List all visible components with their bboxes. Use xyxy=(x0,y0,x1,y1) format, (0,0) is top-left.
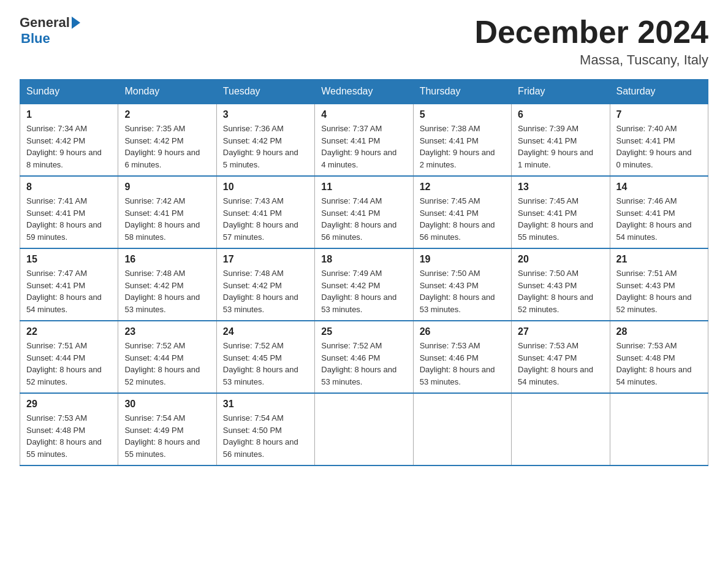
month-title: December 2024 xyxy=(474,15,708,50)
day-number: 27 xyxy=(518,326,603,337)
logo-triangle-icon xyxy=(72,17,80,29)
logo: General Blue xyxy=(20,15,80,47)
day-number: 6 xyxy=(518,109,603,120)
calendar-cell xyxy=(413,393,511,465)
day-number: 1 xyxy=(26,109,112,120)
day-info: Sunrise: 7:52 AMSunset: 4:45 PMDaylight:… xyxy=(223,340,308,388)
day-number: 19 xyxy=(420,254,505,265)
calendar-cell xyxy=(512,393,610,465)
day-number: 4 xyxy=(321,109,406,120)
calendar-week-row: 22Sunrise: 7:51 AMSunset: 4:44 PMDayligh… xyxy=(20,321,708,393)
calendar-cell: 21Sunrise: 7:51 AMSunset: 4:43 PMDayligh… xyxy=(610,248,708,321)
calendar-cell: 18Sunrise: 7:49 AMSunset: 4:42 PMDayligh… xyxy=(315,248,413,321)
day-number: 28 xyxy=(616,326,702,337)
day-info: Sunrise: 7:45 AMSunset: 4:41 PMDaylight:… xyxy=(518,195,603,243)
header-tuesday: Tuesday xyxy=(216,80,314,104)
day-info: Sunrise: 7:50 AMSunset: 4:43 PMDaylight:… xyxy=(518,267,603,315)
header-saturday: Saturday xyxy=(610,80,708,104)
day-number: 11 xyxy=(321,182,406,193)
day-number: 15 xyxy=(26,254,112,265)
calendar-week-row: 8Sunrise: 7:41 AMSunset: 4:41 PMDaylight… xyxy=(20,176,708,248)
day-info: Sunrise: 7:51 AMSunset: 4:43 PMDaylight:… xyxy=(616,267,702,315)
calendar-week-row: 15Sunrise: 7:47 AMSunset: 4:41 PMDayligh… xyxy=(20,248,708,321)
header-monday: Monday xyxy=(118,80,216,104)
day-number: 26 xyxy=(420,326,505,337)
title-area: December 2024 Massa, Tuscany, Italy xyxy=(474,15,708,68)
logo-general-text: General xyxy=(20,15,70,31)
calendar-cell: 13Sunrise: 7:45 AMSunset: 4:41 PMDayligh… xyxy=(512,176,610,248)
calendar-cell: 3Sunrise: 7:36 AMSunset: 4:42 PMDaylight… xyxy=(216,104,314,176)
day-number: 2 xyxy=(124,109,210,120)
header-thursday: Thursday xyxy=(413,80,511,104)
calendar-cell: 31Sunrise: 7:54 AMSunset: 4:50 PMDayligh… xyxy=(216,393,314,465)
day-number: 25 xyxy=(321,326,406,337)
calendar-cell: 6Sunrise: 7:39 AMSunset: 4:41 PMDaylight… xyxy=(512,104,610,176)
calendar-cell: 12Sunrise: 7:45 AMSunset: 4:41 PMDayligh… xyxy=(413,176,511,248)
day-info: Sunrise: 7:38 AMSunset: 4:41 PMDaylight:… xyxy=(420,123,505,170)
day-info: Sunrise: 7:50 AMSunset: 4:43 PMDaylight:… xyxy=(420,267,505,315)
calendar-cell: 22Sunrise: 7:51 AMSunset: 4:44 PMDayligh… xyxy=(20,321,118,393)
calendar-cell: 11Sunrise: 7:44 AMSunset: 4:41 PMDayligh… xyxy=(315,176,413,248)
day-info: Sunrise: 7:53 AMSunset: 4:48 PMDaylight:… xyxy=(616,340,702,388)
day-number: 31 xyxy=(223,399,308,410)
calendar-cell: 27Sunrise: 7:53 AMSunset: 4:47 PMDayligh… xyxy=(512,321,610,393)
calendar-cell: 8Sunrise: 7:41 AMSunset: 4:41 PMDaylight… xyxy=(20,176,118,248)
day-info: Sunrise: 7:42 AMSunset: 4:41 PMDaylight:… xyxy=(124,195,210,243)
calendar-cell: 30Sunrise: 7:54 AMSunset: 4:49 PMDayligh… xyxy=(118,393,216,465)
day-info: Sunrise: 7:46 AMSunset: 4:41 PMDaylight:… xyxy=(616,195,702,243)
day-number: 5 xyxy=(420,109,505,120)
day-info: Sunrise: 7:35 AMSunset: 4:42 PMDaylight:… xyxy=(124,123,210,170)
calendar-cell: 17Sunrise: 7:48 AMSunset: 4:42 PMDayligh… xyxy=(216,248,314,321)
day-info: Sunrise: 7:36 AMSunset: 4:42 PMDaylight:… xyxy=(223,123,308,170)
day-info: Sunrise: 7:37 AMSunset: 4:41 PMDaylight:… xyxy=(321,123,406,170)
day-number: 18 xyxy=(321,254,406,265)
day-info: Sunrise: 7:48 AMSunset: 4:42 PMDaylight:… xyxy=(223,267,308,315)
day-number: 30 xyxy=(124,399,210,410)
day-info: Sunrise: 7:41 AMSunset: 4:41 PMDaylight:… xyxy=(26,195,112,243)
calendar-cell: 19Sunrise: 7:50 AMSunset: 4:43 PMDayligh… xyxy=(413,248,511,321)
day-info: Sunrise: 7:53 AMSunset: 4:46 PMDaylight:… xyxy=(420,340,505,388)
day-number: 23 xyxy=(124,326,210,337)
day-info: Sunrise: 7:51 AMSunset: 4:44 PMDaylight:… xyxy=(26,340,112,388)
day-info: Sunrise: 7:43 AMSunset: 4:41 PMDaylight:… xyxy=(223,195,308,243)
day-number: 14 xyxy=(616,182,702,193)
day-info: Sunrise: 7:34 AMSunset: 4:42 PMDaylight:… xyxy=(26,123,112,170)
calendar-cell: 24Sunrise: 7:52 AMSunset: 4:45 PMDayligh… xyxy=(216,321,314,393)
day-info: Sunrise: 7:49 AMSunset: 4:42 PMDaylight:… xyxy=(321,267,406,315)
calendar-cell: 29Sunrise: 7:53 AMSunset: 4:48 PMDayligh… xyxy=(20,393,118,465)
day-number: 3 xyxy=(223,109,308,120)
day-info: Sunrise: 7:53 AMSunset: 4:48 PMDaylight:… xyxy=(26,412,112,460)
calendar-cell: 10Sunrise: 7:43 AMSunset: 4:41 PMDayligh… xyxy=(216,176,314,248)
calendar-cell: 16Sunrise: 7:48 AMSunset: 4:42 PMDayligh… xyxy=(118,248,216,321)
day-number: 21 xyxy=(616,254,702,265)
day-number: 16 xyxy=(124,254,210,265)
calendar-week-row: 29Sunrise: 7:53 AMSunset: 4:48 PMDayligh… xyxy=(20,393,708,465)
calendar-cell: 20Sunrise: 7:50 AMSunset: 4:43 PMDayligh… xyxy=(512,248,610,321)
calendar-header-row: SundayMondayTuesdayWednesdayThursdayFrid… xyxy=(20,80,708,104)
calendar-cell: 15Sunrise: 7:47 AMSunset: 4:41 PMDayligh… xyxy=(20,248,118,321)
calendar-cell xyxy=(315,393,413,465)
day-number: 7 xyxy=(616,109,702,120)
header-friday: Friday xyxy=(512,80,610,104)
calendar-cell xyxy=(610,393,708,465)
day-info: Sunrise: 7:40 AMSunset: 4:41 PMDaylight:… xyxy=(616,123,702,170)
day-info: Sunrise: 7:47 AMSunset: 4:41 PMDaylight:… xyxy=(26,267,112,315)
day-number: 22 xyxy=(26,326,112,337)
day-info: Sunrise: 7:39 AMSunset: 4:41 PMDaylight:… xyxy=(518,123,603,170)
calendar-cell: 2Sunrise: 7:35 AMSunset: 4:42 PMDaylight… xyxy=(118,104,216,176)
day-info: Sunrise: 7:54 AMSunset: 4:50 PMDaylight:… xyxy=(223,412,308,460)
calendar-cell: 7Sunrise: 7:40 AMSunset: 4:41 PMDaylight… xyxy=(610,104,708,176)
calendar-cell: 1Sunrise: 7:34 AMSunset: 4:42 PMDaylight… xyxy=(20,104,118,176)
day-info: Sunrise: 7:44 AMSunset: 4:41 PMDaylight:… xyxy=(321,195,406,243)
calendar-cell: 5Sunrise: 7:38 AMSunset: 4:41 PMDaylight… xyxy=(413,104,511,176)
day-number: 9 xyxy=(124,182,210,193)
day-number: 20 xyxy=(518,254,603,265)
logo-blue-text: Blue xyxy=(20,31,50,47)
calendar-cell: 9Sunrise: 7:42 AMSunset: 4:41 PMDaylight… xyxy=(118,176,216,248)
header-sunday: Sunday xyxy=(20,80,118,104)
day-info: Sunrise: 7:45 AMSunset: 4:41 PMDaylight:… xyxy=(420,195,505,243)
calendar-cell: 26Sunrise: 7:53 AMSunset: 4:46 PMDayligh… xyxy=(413,321,511,393)
day-info: Sunrise: 7:53 AMSunset: 4:47 PMDaylight:… xyxy=(518,340,603,388)
calendar-week-row: 1Sunrise: 7:34 AMSunset: 4:42 PMDaylight… xyxy=(20,104,708,176)
day-number: 8 xyxy=(26,182,112,193)
